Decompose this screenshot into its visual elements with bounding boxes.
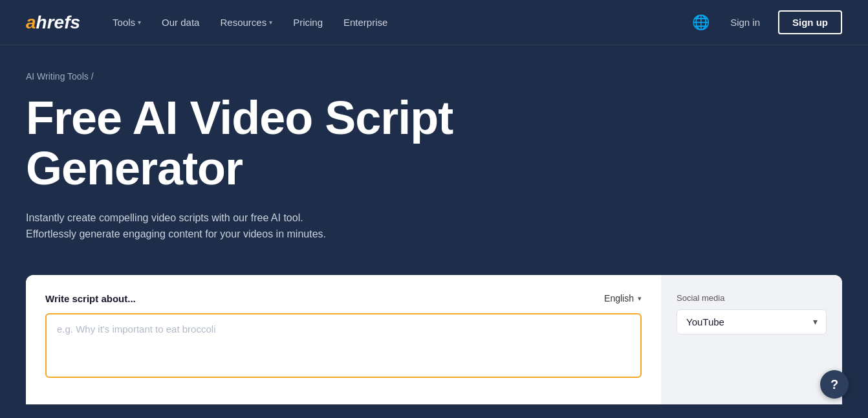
nav-enterprise[interactable]: Enterprise [334,12,396,33]
logo-hrefs: hrefs [36,12,80,33]
breadcrumb-separator: / [91,71,94,82]
resources-chevron-icon: ▾ [269,19,272,26]
write-script-label: Write script about... [45,293,136,304]
hero-subtitle: Instantly create compelling video script… [26,210,336,243]
help-button[interactable]: ? [820,370,849,399]
logo-a: a [26,12,36,33]
language-chevron-icon: ▾ [638,294,642,303]
hero-section: AI Writing Tools / Free AI Video Script … [0,45,582,262]
tools-chevron-icon: ▾ [138,19,141,26]
nav-pricing[interactable]: Pricing [284,12,332,33]
nav-right: 🌐 Sign in Sign up [689,10,842,34]
nav-links: Tools ▾ Our data Resources ▾ Pricing Ent… [103,12,689,33]
globe-icon: 🌐 [692,14,710,31]
globe-button[interactable]: 🌐 [689,11,712,34]
tool-label-row: Write script about... English ▾ [45,293,642,304]
logo[interactable]: ahrefs [26,12,80,33]
language-selector[interactable]: English ▾ [604,293,642,303]
navbar: ahrefs Tools ▾ Our data Resources ▾ Pric… [0,0,868,45]
social-media-select[interactable]: YouTube Instagram TikTok Facebook Twitte… [677,309,827,335]
nav-resources[interactable]: Resources ▾ [211,12,281,33]
nav-tools[interactable]: Tools ▾ [103,12,150,33]
tool-left-panel: Write script about... English ▾ [26,275,661,404]
tool-right-panel: Social media YouTube Instagram TikTok Fa… [661,275,842,404]
nav-our-data[interactable]: Our data [153,12,208,33]
social-media-label: Social media [677,293,827,303]
script-textarea[interactable] [45,313,642,378]
breadcrumb: AI Writing Tools / [26,71,556,82]
sign-up-button[interactable]: Sign up [778,10,842,34]
language-value: English [604,293,634,303]
sign-in-button[interactable]: Sign in [722,12,768,33]
breadcrumb-parent[interactable]: AI Writing Tools [26,71,89,82]
social-select-wrapper: YouTube Instagram TikTok Facebook Twitte… [677,309,827,335]
page-title: Free AI Video Script Generator [26,93,556,194]
tool-section: Write script about... English ▾ Social m… [26,275,842,404]
